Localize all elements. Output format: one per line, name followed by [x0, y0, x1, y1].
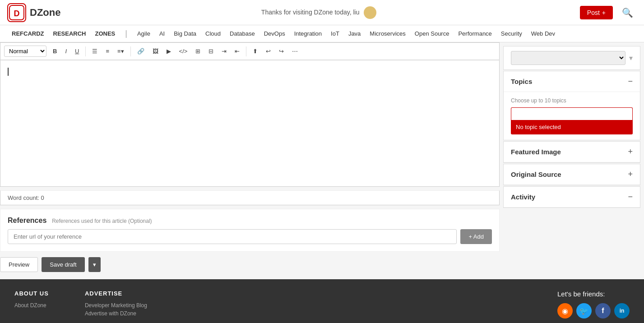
- footer-advertise: Advertise Developer Marketing Blog Adver…: [85, 290, 147, 318]
- nav-item-bigdata[interactable]: Big Data: [169, 25, 201, 42]
- nav-item-performance[interactable]: Performance: [454, 25, 496, 42]
- underline-button[interactable]: U: [71, 46, 83, 56]
- bold-button[interactable]: B: [49, 46, 60, 56]
- preview-button[interactable]: Preview: [0, 257, 38, 272]
- main-layout: Normal Heading 1 Heading 2 Heading 3 B I…: [0, 42, 644, 272]
- search-button[interactable]: 🔍: [618, 5, 637, 20]
- more-options-button[interactable]: ⋯: [288, 46, 301, 56]
- outdent-button[interactable]: ⇤: [231, 46, 243, 56]
- editor-content[interactable]: [0, 60, 500, 187]
- link-button[interactable]: 🔗: [134, 46, 148, 56]
- footer-advertise-link-2[interactable]: Advertise with DZone: [85, 310, 147, 317]
- footer-advertise-title: Advertise: [85, 290, 147, 297]
- topics-toggle-icon: −: [628, 77, 633, 86]
- zone-chevron-icon: ▾: [629, 54, 633, 62]
- facebook-icon[interactable]: f: [595, 303, 611, 318]
- sidebar-zone-section: ▾: [503, 46, 640, 70]
- featured-image-title: Featured Image: [511, 148, 561, 156]
- format-select[interactable]: Normal Heading 1 Heading 2 Heading 3: [4, 46, 46, 57]
- featured-image-toggle-icon: +: [628, 147, 633, 157]
- zone-select[interactable]: [511, 51, 625, 65]
- footer-social: Let's be friends: ◉ 🐦 f in: [557, 290, 630, 318]
- nav-item-integration[interactable]: Integration: [290, 25, 326, 42]
- footer-about: About Us About DZone: [14, 290, 49, 318]
- footer-about-title: About Us: [14, 290, 49, 297]
- sidebar-original-source-section: Original Source +: [503, 164, 640, 185]
- nav-item-security[interactable]: Security: [496, 25, 527, 42]
- main-nav: REFCARDZ RESEARCH ZONES | Agile AI Big D…: [0, 25, 644, 42]
- ordered-list-button[interactable]: ☰: [88, 46, 101, 56]
- editor-cursor: [8, 68, 9, 76]
- toolbar-separator-1: [85, 46, 86, 56]
- add-reference-button[interactable]: + Add: [460, 229, 492, 244]
- embed-button[interactable]: ⊟: [205, 46, 217, 56]
- topics-search-input[interactable]: [511, 107, 633, 120]
- nav-item-refcardz[interactable]: REFCARDZ: [7, 25, 49, 42]
- align-button[interactable]: ≡▾: [114, 46, 128, 56]
- welcome-message: Thanks for visiting DZone today, liu: [60, 6, 579, 19]
- code-button[interactable]: </>: [176, 46, 191, 56]
- avatar: [364, 6, 376, 19]
- nav-item-cloud[interactable]: Cloud: [201, 25, 225, 42]
- original-source-header[interactable]: Original Source +: [504, 164, 640, 185]
- header-right: Post + 🔍: [580, 5, 637, 20]
- nav-item-ai[interactable]: AI: [155, 25, 169, 42]
- toolbar-separator-3: [246, 46, 246, 56]
- nav-item-webdev[interactable]: Web Dev: [527, 25, 560, 42]
- logo[interactable]: D DZone: [7, 3, 60, 22]
- sidebar-activity-section: Activity −: [503, 186, 640, 208]
- nav-item-microservices[interactable]: Microservices: [365, 25, 410, 42]
- nav-item-devops[interactable]: DevOps: [259, 25, 290, 42]
- rss-icon[interactable]: ◉: [557, 303, 573, 318]
- activity-header[interactable]: Activity −: [504, 187, 640, 208]
- references-title: References: [8, 217, 46, 224]
- table-button[interactable]: ⊞: [192, 46, 204, 56]
- logo-icon: D: [7, 3, 26, 22]
- action-buttons: Preview Save draft ▾: [0, 257, 500, 272]
- topics-header[interactable]: Topics −: [504, 71, 640, 92]
- header: D DZone Thanks for visiting DZone today,…: [0, 0, 644, 25]
- redo-button[interactable]: ↪: [275, 46, 287, 56]
- references-section: References References used for this arti…: [0, 209, 500, 252]
- nav-item-research[interactable]: RESEARCH: [49, 25, 91, 42]
- nav-item-java[interactable]: Java: [344, 25, 365, 42]
- editor-area: Normal Heading 1 Heading 2 Heading 3 B I…: [0, 42, 500, 272]
- sidebar-featured-image-section: Featured Image +: [503, 141, 640, 163]
- footer-about-link-1[interactable]: About DZone: [14, 302, 49, 309]
- nav-item-zones[interactable]: ZONES: [90, 25, 120, 42]
- activity-title: Activity: [511, 193, 535, 201]
- post-button[interactable]: Post +: [580, 6, 613, 19]
- original-source-title: Original Source: [511, 171, 561, 178]
- sidebar-topics-section: Topics − Choose up to 10 topics No topic…: [503, 71, 640, 140]
- twitter-icon[interactable]: 🐦: [576, 303, 592, 318]
- topics-selected-label: No topic selected: [511, 120, 633, 134]
- sidebar: ▾ Topics − Choose up to 10 topics No top…: [500, 42, 644, 272]
- footer-friends-label: Let's be friends:: [557, 290, 605, 298]
- logo-svg: D: [9, 5, 25, 21]
- nav-item-agile[interactable]: Agile: [133, 25, 155, 42]
- nav-item-iot[interactable]: IoT: [326, 25, 344, 42]
- ref-input-row: + Add: [8, 229, 492, 244]
- featured-image-header[interactable]: Featured Image +: [504, 142, 640, 162]
- topics-title: Topics: [511, 78, 532, 85]
- reference-input[interactable]: [8, 229, 457, 244]
- video-button[interactable]: ▶: [163, 46, 175, 56]
- more-actions-button[interactable]: ▾: [88, 257, 101, 272]
- undo-button[interactable]: ↩: [262, 46, 274, 56]
- footer-advertise-link-1[interactable]: Developer Marketing Blog: [85, 302, 147, 309]
- italic-button[interactable]: I: [61, 46, 70, 56]
- upload-button[interactable]: ⬆: [249, 46, 261, 56]
- svg-text:D: D: [14, 9, 20, 18]
- nav-item-opensource[interactable]: Open Source: [410, 25, 454, 42]
- nav-divider: |: [125, 29, 127, 38]
- nav-item-database[interactable]: Database: [225, 25, 259, 42]
- linkedin-icon[interactable]: in: [614, 303, 630, 318]
- references-subtitle: References used for this article (Option…: [52, 218, 152, 224]
- unordered-list-button[interactable]: ≡: [102, 46, 113, 56]
- indent-button[interactable]: ⇥: [218, 46, 230, 56]
- image-button[interactable]: 🖼: [149, 46, 162, 56]
- header-left: D DZone: [7, 3, 60, 22]
- activity-toggle-icon: −: [628, 192, 633, 202]
- topics-hint: Choose up to 10 topics: [511, 97, 633, 104]
- save-draft-button[interactable]: Save draft: [42, 257, 84, 272]
